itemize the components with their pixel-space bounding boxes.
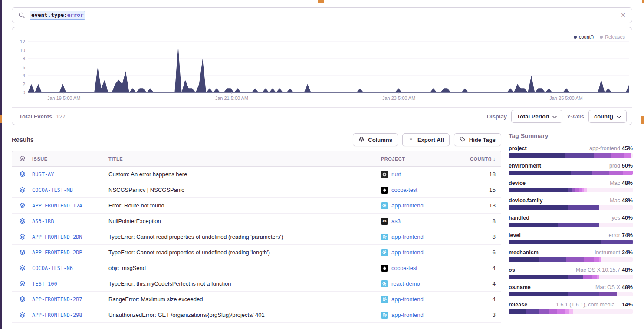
issue-link[interactable]: COCOA-TEST-N6 (32, 265, 108, 271)
tag-bar-segment[interactable] (569, 309, 573, 314)
export-all-button[interactable]: Export All (402, 133, 450, 146)
tag-bar-segment[interactable] (575, 188, 578, 192)
tag-bar-segment[interactable] (509, 205, 568, 210)
tag-bar-segment[interactable] (565, 153, 595, 158)
tag-bar-segment[interactable] (509, 223, 558, 227)
tag-bar-segment[interactable] (594, 257, 599, 262)
tag-bar-segment[interactable] (509, 240, 601, 244)
tag-top-value: prod50% (609, 163, 633, 169)
tag-bar-segment[interactable] (599, 292, 617, 296)
tag-percentage: 48% (622, 180, 633, 186)
tag-bar-segment[interactable] (568, 205, 599, 210)
tag-distribution-bar[interactable] (509, 257, 633, 262)
project-link[interactable]: app-frontend (391, 249, 424, 256)
yaxis-select[interactable]: count() (588, 110, 627, 123)
tag-bar-segment[interactable] (609, 171, 623, 175)
tag-bar-segment[interactable] (509, 257, 539, 262)
tag-bar-segment[interactable] (579, 188, 582, 192)
project-link[interactable]: app-frontend (391, 312, 424, 318)
issue-link[interactable]: RUST-AY (32, 171, 108, 178)
clear-search-icon[interactable]: ✕ (621, 12, 626, 19)
display-select[interactable]: Total Period (511, 110, 562, 123)
tag-bar-segment[interactable] (568, 188, 572, 192)
legend-item-count[interactable]: count() (574, 34, 594, 39)
tag-bar-remainder[interactable] (599, 275, 633, 279)
tag-summary-row: environmentprod50% (509, 163, 633, 175)
search-filter-token[interactable]: event.type:error (30, 11, 85, 20)
issue-link[interactable]: TEST-100 (32, 281, 108, 287)
project-link[interactable]: app-frontend (391, 296, 424, 303)
tag-bar-segment[interactable] (571, 171, 592, 175)
tag-bar-segment[interactable] (592, 275, 597, 279)
tag-bar-remainder[interactable] (601, 257, 633, 262)
project-link[interactable]: rust (391, 171, 401, 178)
tag-bar-remainder[interactable] (599, 205, 633, 210)
tag-bar-remainder[interactable] (573, 309, 633, 314)
issue-link[interactable]: APP-FRONTEND-2B7 (32, 296, 108, 303)
tag-bar-segment[interactable] (568, 292, 599, 296)
events-area-chart[interactable]: 024681012Jan 19 5:00 AMJan 21 5:00 AMJan… (12, 30, 632, 105)
issue-link[interactable]: COCOA-TEST-MB (32, 187, 108, 193)
tag-bar-segment[interactable] (509, 275, 568, 279)
tag-bar-segment[interactable] (526, 309, 539, 314)
issue-link[interactable]: APP-FRONTEND-12A (32, 203, 108, 209)
tag-bar-segment[interactable] (509, 309, 526, 314)
issue-link[interactable]: APP-FRONTEND-298 (32, 312, 108, 318)
tag-distribution-bar[interactable] (509, 292, 633, 296)
tag-bar-segment[interactable] (557, 309, 565, 314)
tag-bar-segment[interactable] (549, 309, 557, 314)
apple-platform-icon (381, 187, 388, 194)
project-link[interactable]: app-frontend (391, 202, 424, 209)
issue-link[interactable]: APP-FRONTEND-2DP (32, 250, 108, 256)
tag-bar-segment[interactable] (611, 153, 624, 158)
tag-bar-segment[interactable] (601, 240, 633, 244)
column-header-issue[interactable]: ISSUE (32, 156, 108, 161)
tag-distribution-bar[interactable] (509, 153, 633, 158)
tag-distribution-bar[interactable] (509, 205, 633, 210)
tag-distribution-bar[interactable] (509, 275, 633, 279)
tag-bar-segment[interactable] (509, 153, 565, 158)
column-header-title[interactable]: TITLE (108, 156, 381, 161)
tag-distribution-bar[interactable] (509, 240, 633, 244)
tag-bar-remainder[interactable] (631, 153, 633, 158)
project-link[interactable]: cocoa-test (391, 265, 417, 271)
legend-item-releases[interactable]: Releases (600, 34, 625, 39)
project-link[interactable]: cocoa-test (391, 187, 417, 193)
tag-bar-segment[interactable] (558, 223, 599, 227)
columns-button[interactable]: Columns (353, 133, 398, 146)
issue-link[interactable]: APP-FRONTEND-2DN (32, 234, 108, 240)
search-bar[interactable]: event.type:error ✕ (12, 7, 632, 23)
issue-title: RangeError: Maximum size exceeded (108, 296, 381, 303)
project-link[interactable]: react-demo (391, 280, 420, 287)
tag-bar-remainder[interactable] (617, 292, 633, 296)
tag-bar-segment[interactable] (592, 171, 609, 175)
tag-bar-remainder[interactable] (587, 188, 633, 192)
project-link[interactable]: app-frontend (391, 234, 424, 240)
tag-bar-segment[interactable] (568, 275, 583, 279)
tag-bar-segment[interactable] (584, 257, 594, 262)
tag-bar-segment[interactable] (509, 171, 571, 175)
tag-bar-segment[interactable] (623, 171, 633, 175)
tag-bar-remainder[interactable] (599, 223, 633, 227)
column-header-count[interactable]: COUNT()↓ (463, 156, 496, 161)
tag-distribution-bar[interactable] (509, 171, 633, 175)
tag-bar-segment[interactable] (594, 153, 611, 158)
tag-bar-segment[interactable] (509, 188, 568, 192)
tag-distribution-bar[interactable] (509, 223, 633, 227)
svg-text:Jan 23 5:00 AM: Jan 23 5:00 AM (382, 95, 415, 101)
issue-link[interactable]: AS3-1RB (32, 218, 108, 224)
tag-bar-segment[interactable] (539, 309, 549, 314)
hide-tags-button[interactable]: Hide Tags (454, 133, 501, 146)
tag-distribution-bar[interactable] (509, 188, 633, 192)
tag-bar-segment[interactable] (572, 188, 576, 192)
tag-bar-segment[interactable] (624, 153, 631, 158)
project-link[interactable]: as3 (391, 218, 401, 224)
tag-bar-segment[interactable] (566, 257, 585, 262)
tag-bar-segment[interactable] (509, 292, 568, 296)
tag-distribution-bar[interactable] (509, 309, 633, 314)
event-count: 3 (463, 312, 496, 318)
tag-bar-segment[interactable] (539, 257, 566, 262)
column-header-project[interactable]: PROJECT (381, 156, 463, 161)
tag-bar-segment[interactable] (565, 309, 569, 314)
tag-bar-segment[interactable] (583, 275, 592, 279)
